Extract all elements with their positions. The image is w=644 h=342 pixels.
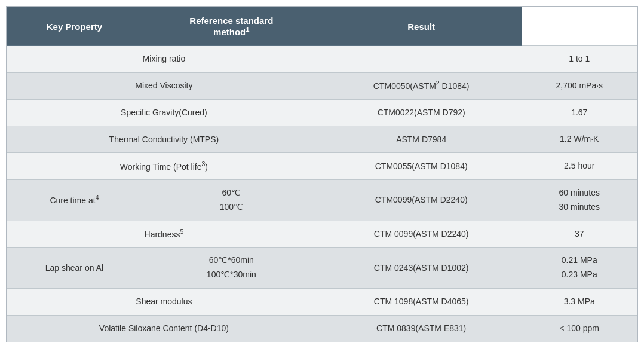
table-header-row: Key Property Reference standardmethod1 R… (7, 7, 637, 46)
cell-key-property: Mixing ratio (7, 46, 321, 73)
table-row: Specific Gravity(Cured)CTM0022(ASTM D792… (7, 99, 637, 126)
cell-key-property: Shear modulus (7, 288, 321, 315)
cell-key-property-label: Cure time at4 (7, 179, 142, 221)
cell-key-property-sub: 60℃100℃ (142, 179, 321, 221)
cell-result: 60 minutes30 minutes (522, 179, 637, 221)
cell-reference: CTM 1098(ASTM D4065) (321, 288, 522, 315)
cell-key-property: Working Time (Pot life3) (7, 153, 321, 180)
table-row: Working Time (Pot life3)CTM0055(ASTM D10… (7, 153, 637, 180)
cell-key-property: Specific Gravity(Cured) (7, 99, 321, 126)
cell-result: < 100 ppm (522, 315, 637, 342)
table-row: Hardness5CTM 0099(ASTM D2240)37 (7, 221, 637, 248)
table-row: Thermal Conductivity (MTPS)ASTM D79841.2… (7, 126, 637, 153)
cell-result: 2,700 mPa·s (522, 72, 637, 99)
cell-reference: CTM 0839(ASTM E831) (321, 315, 522, 342)
header-reference-standard: Reference standardmethod1 (142, 7, 321, 46)
header-key-property: Key Property (7, 7, 142, 46)
header-result: Result (321, 7, 522, 46)
properties-table: Key Property Reference standardmethod1 R… (7, 7, 637, 342)
table-row: Mixed ViscosityCTM0050(ASTM2 D1084)2,700… (7, 72, 637, 99)
cell-reference: CTM 0243(ASTM D1002) (321, 248, 522, 289)
cell-key-property-label: Lap shear on Al (7, 248, 142, 289)
cell-reference: CTM0050(ASTM2 D1084) (321, 72, 522, 99)
cell-result: 1.2 W/m·K (522, 126, 637, 153)
cell-result: 37 (522, 221, 637, 248)
cell-key-property: Volatile Siloxane Content (D4-D10) (7, 315, 321, 342)
cell-result: 2.5 hour (522, 153, 637, 180)
cell-result: 1.67 (522, 99, 637, 126)
cell-result: 1 to 1 (522, 46, 637, 73)
cell-result: 0.21 MPa0.23 MPa (522, 248, 637, 289)
cell-reference: CTM 0099(ASTM D2240) (321, 221, 522, 248)
properties-table-wrapper: Key Property Reference standardmethod1 R… (6, 6, 638, 342)
cell-reference: CTM0022(ASTM D792) (321, 99, 522, 126)
cell-reference: CTM0099(ASTM D2240) (321, 179, 522, 221)
cell-key-property-sub: 60℃*60min100℃*30min (142, 248, 321, 289)
cell-result: 3.3 MPa (522, 288, 637, 315)
cell-key-property: Thermal Conductivity (MTPS) (7, 126, 321, 153)
cell-reference: CTM0055(ASTM D1084) (321, 153, 522, 180)
cell-reference: ASTM D7984 (321, 126, 522, 153)
cell-key-property: Mixed Viscosity (7, 72, 321, 99)
table-row: Cure time at460℃100℃CTM0099(ASTM D2240)6… (7, 179, 637, 221)
cell-key-property: Hardness5 (7, 221, 321, 248)
table-row: Lap shear on Al60℃*60min100℃*30minCTM 02… (7, 248, 637, 289)
table-row: Volatile Siloxane Content (D4-D10)CTM 08… (7, 315, 637, 342)
cell-reference (321, 46, 522, 73)
table-row: Shear modulusCTM 1098(ASTM D4065)3.3 MPa (7, 288, 637, 315)
table-row: Mixing ratio1 to 1 (7, 46, 637, 73)
